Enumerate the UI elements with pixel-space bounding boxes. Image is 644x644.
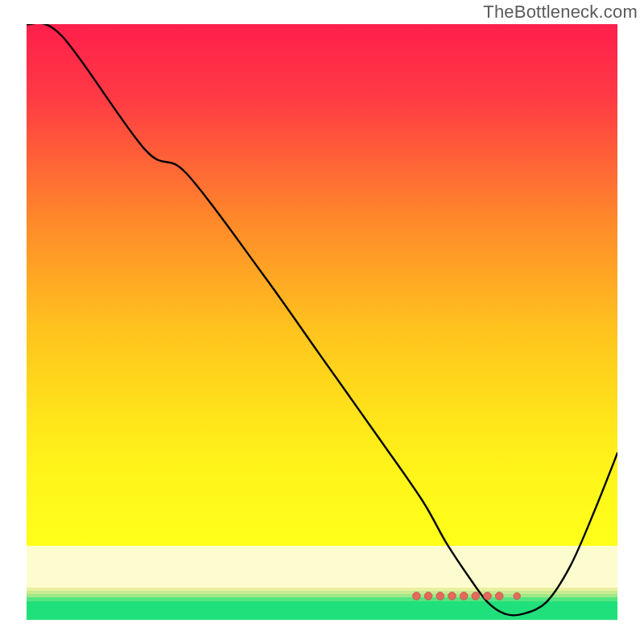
watermark-text: TheBottleneck.com (483, 2, 638, 23)
transition-strip-2 (27, 591, 617, 594)
transition-strip-1 (27, 588, 617, 591)
marker-dot (484, 592, 492, 601)
gradient-background (27, 24, 617, 546)
marker-dot (495, 592, 503, 601)
marker-dot (436, 592, 444, 601)
plot-area (27, 24, 617, 620)
chart-container: TheBottleneck.com (0, 0, 644, 644)
transition-strip-3 (27, 594, 617, 597)
marker-dot (448, 592, 456, 601)
marker-dot (460, 592, 468, 601)
transition-strip-4 (27, 597, 617, 601)
marker-dot (472, 592, 480, 601)
marker-dot (413, 592, 421, 601)
pale-band (27, 546, 617, 588)
marker-dot (424, 592, 432, 601)
chart-svg (27, 24, 617, 620)
marker-dot (514, 592, 520, 599)
green-band (27, 601, 617, 620)
